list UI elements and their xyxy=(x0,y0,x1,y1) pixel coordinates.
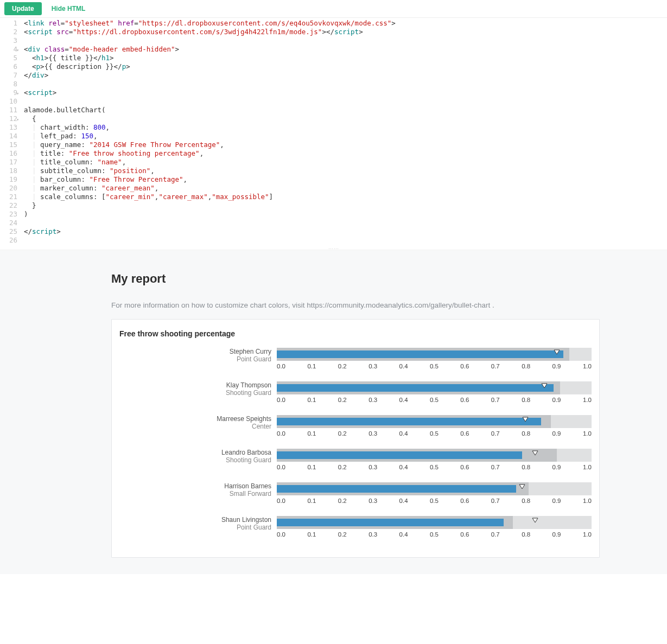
axis-tick: 0.9 xyxy=(552,464,561,470)
code-line[interactable]: | scale_columns: ["career_min","career_m… xyxy=(24,193,667,201)
code-line[interactable]: <script src="https://dl.dropboxuserconte… xyxy=(24,28,667,36)
axis-tick: 0.0 xyxy=(277,430,285,437)
axis-tick: 0.1 xyxy=(307,464,316,470)
code-line[interactable] xyxy=(24,36,667,45)
axis-tick: 0.2 xyxy=(338,531,347,538)
line-number: 5 xyxy=(0,54,17,62)
code-line[interactable]: | bar_column: "Free Throw Percentage", xyxy=(24,175,667,184)
bullet-bar xyxy=(277,384,554,392)
line-number: 10 xyxy=(0,97,17,106)
svg-marker-1 xyxy=(542,384,547,388)
code-line[interactable]: <script> xyxy=(24,88,667,97)
axis-tick: 0.7 xyxy=(491,397,500,403)
axis-tick: 0.3 xyxy=(369,363,377,369)
bullet-row: Stephen CurryPoint Guard0.00.10.20.30.40… xyxy=(119,348,592,369)
line-number: 20 xyxy=(0,184,17,193)
bullet-label: Stephen CurryPoint Guard xyxy=(119,348,277,369)
svg-marker-2 xyxy=(523,417,528,422)
code-line[interactable] xyxy=(24,80,667,88)
line-number: 1 xyxy=(0,19,17,28)
code-line[interactable]: } xyxy=(24,201,667,210)
line-number: 17 xyxy=(0,158,17,167)
bullet-row: Leandro BarbosaShooting Guard0.00.10.20.… xyxy=(119,449,592,470)
code-line[interactable]: | chart_width: 800, xyxy=(24,123,667,132)
update-button[interactable]: Update xyxy=(4,2,42,15)
axis-tick: 0.3 xyxy=(369,498,377,504)
code-line[interactable]: <h1>{{ title }}</h1> xyxy=(24,54,667,62)
code-line[interactable] xyxy=(24,236,667,245)
axis-tick: 0.9 xyxy=(552,363,561,369)
axis-tick: 0.2 xyxy=(338,363,347,369)
pane-divider[interactable]: ⋯⋯ xyxy=(0,246,667,250)
axis-tick: 0.3 xyxy=(369,397,377,403)
career-mean-marker xyxy=(532,518,538,523)
code-line[interactable]: </div> xyxy=(24,71,667,80)
axis-tick: 0.6 xyxy=(460,464,469,470)
line-number: 23 xyxy=(0,210,17,219)
axis-tick: 0.8 xyxy=(522,397,530,403)
bullet-label: Harrison BarnesSmall Forward xyxy=(119,482,277,504)
axis-tick: 0.0 xyxy=(277,531,285,538)
axis-tick: 0.7 xyxy=(491,430,500,437)
axis-tick: 0.5 xyxy=(430,397,439,403)
axis-tick: 0.4 xyxy=(399,397,408,403)
grip-icon: ⋯⋯ xyxy=(328,246,339,252)
x-axis: 0.00.10.20.30.40.50.60.70.80.91.0 xyxy=(277,430,592,437)
axis-tick: 0.0 xyxy=(277,464,285,470)
code-line[interactable]: | query_name: "2014 GSW Free Throw Perce… xyxy=(24,141,667,149)
hide-html-link[interactable]: Hide HTML xyxy=(52,5,86,12)
axis-tick: 0.8 xyxy=(522,363,530,369)
code-line[interactable]: <link rel="stylesheet" href="https://dl.… xyxy=(24,19,667,28)
line-number: 16 xyxy=(0,149,17,158)
axis-tick: 0.7 xyxy=(491,531,500,538)
code-line[interactable]: | subtitle_column: "position", xyxy=(24,167,667,175)
bullet-label: Shaun LivingstonPoint Guard xyxy=(119,516,277,538)
x-axis: 0.00.10.20.30.40.50.60.70.80.91.0 xyxy=(277,464,592,470)
bullet-bar xyxy=(277,519,504,526)
report-title: My report xyxy=(111,272,667,286)
code-line[interactable] xyxy=(24,219,667,227)
axis-tick: 0.4 xyxy=(399,531,408,538)
code-line[interactable]: <div class="mode-header embed-hidden"> xyxy=(24,45,667,54)
axis-tick: 0.1 xyxy=(307,363,316,369)
line-number-gutter: 1234567891011121314151617181920212223242… xyxy=(0,18,22,246)
axis-tick: 0.1 xyxy=(307,531,316,538)
code-line[interactable]: | title: "Free throw shooting percentage… xyxy=(24,149,667,158)
bullet-chart: Stephen CurryPoint Guard0.00.10.20.30.40… xyxy=(119,348,592,538)
code-line[interactable]: alamode.bulletChart( xyxy=(24,106,667,114)
code-line[interactable] xyxy=(24,97,667,106)
code-line[interactable]: <p>{{ description }}</p> xyxy=(24,62,667,71)
axis-tick: 0.6 xyxy=(460,531,469,538)
code-line[interactable]: | left_pad: 150, xyxy=(24,132,667,141)
axis-tick: 0.6 xyxy=(460,430,469,437)
code-line[interactable]: ) xyxy=(24,210,667,219)
bullet-row: Marreese SpeightsCenter0.00.10.20.30.40.… xyxy=(119,415,592,437)
axis-tick: 0.4 xyxy=(399,430,408,437)
line-number: 2 xyxy=(0,28,17,36)
axis-tick: 0.0 xyxy=(277,498,285,504)
code-line[interactable]: | marker_column: "career_mean", xyxy=(24,184,667,193)
axis-tick: 0.4 xyxy=(399,464,408,470)
bullet-row: Shaun LivingstonPoint Guard0.00.10.20.30… xyxy=(119,516,592,538)
code-area[interactable]: <link rel="stylesheet" href="https://dl.… xyxy=(22,18,667,246)
bullet-row: Klay ThompsonShooting Guard0.00.10.20.30… xyxy=(119,381,592,403)
report-preview: My report For more information on how to… xyxy=(0,250,667,574)
bullet-track xyxy=(277,381,592,394)
axis-tick: 0.6 xyxy=(460,498,469,504)
career-mean-marker xyxy=(519,484,525,489)
svg-marker-4 xyxy=(519,484,525,489)
code-line[interactable]: </script> xyxy=(24,227,667,236)
axis-tick: 0.8 xyxy=(522,430,530,437)
code-line[interactable]: | title_column: "name", xyxy=(24,158,667,167)
axis-tick: 0.9 xyxy=(552,498,561,504)
x-axis: 0.00.10.20.30.40.50.60.70.80.91.0 xyxy=(277,531,592,538)
bullet-track xyxy=(277,482,592,495)
axis-tick: 0.1 xyxy=(307,397,316,403)
line-number: 21 xyxy=(0,193,17,201)
axis-tick: 0.3 xyxy=(369,430,377,437)
code-line[interactable]: { xyxy=(24,114,667,123)
code-editor[interactable]: 1234567891011121314151617181920212223242… xyxy=(0,17,667,246)
svg-marker-5 xyxy=(532,518,538,522)
chart-card: Free throw shooting percentage Stephen C… xyxy=(111,319,600,558)
x-axis: 0.00.10.20.30.40.50.60.70.80.91.0 xyxy=(277,397,592,403)
